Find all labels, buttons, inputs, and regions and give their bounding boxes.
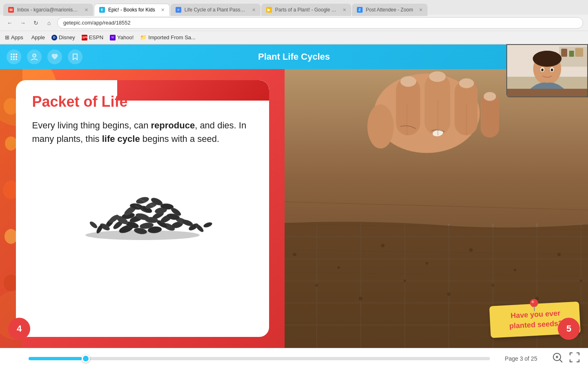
zoom-in-button[interactable]: [552, 352, 563, 365]
address-input[interactable]: [57, 17, 583, 29]
tab-lifecycle-close[interactable]: ✕: [252, 7, 256, 13]
svg-point-54: [89, 220, 98, 229]
svg-point-96: [425, 262, 428, 265]
svg-rect-118: [569, 51, 574, 57]
bm-apps[interactable]: ⊞ Apps: [5, 34, 23, 40]
svg-point-10: [33, 54, 36, 57]
svg-point-95: [381, 244, 385, 247]
tab-epic-close[interactable]: ✕: [161, 7, 165, 13]
svg-rect-81: [425, 74, 450, 135]
bm-imported[interactable]: 📁 Imported From Sa...: [140, 34, 196, 40]
forward-button[interactable]: →: [18, 18, 28, 28]
tab-zoom[interactable]: Z Post Attendee - Zoom ✕: [352, 4, 428, 16]
bottom-right-controls: Page 3 of 25: [497, 352, 580, 365]
tab-epic-label: Epic! - Books for Kids: [108, 7, 155, 13]
heart-button[interactable]: [47, 49, 62, 64]
svg-point-84: [368, 104, 394, 148]
bm-apps-label: Apps: [11, 34, 23, 40]
tab-zoom-label: Post Attendee - Zoom: [366, 7, 413, 13]
bm-espn[interactable]: ESPN ESPN: [82, 34, 103, 40]
progress-fill: [29, 357, 82, 360]
fullscreen-icon: [569, 352, 580, 363]
content-area: Packet of Life Every living thing begins…: [0, 69, 588, 348]
svg-point-125: [551, 69, 553, 72]
bookmark-button[interactable]: [68, 49, 82, 64]
tab-slides[interactable]: ▶ Parts of a Plant! - Google Slid... ✕: [261, 4, 351, 16]
svg-point-107: [530, 298, 538, 307]
progress-track[interactable]: [29, 357, 490, 360]
bm-imported-label: Imported From Sa...: [148, 34, 196, 40]
bm-apple[interactable]: Apple: [30, 34, 45, 40]
svg-point-106: [580, 280, 582, 282]
svg-point-85: [401, 76, 416, 87]
svg-point-101: [359, 297, 363, 301]
bm-yahoo[interactable]: Y! Yahoo!: [110, 34, 134, 40]
tab-gmail[interactable]: M Inbox - kgarcia@marionisd.net ✕: [3, 4, 93, 16]
avatar-button[interactable]: [27, 49, 42, 64]
svg-point-1: [13, 54, 15, 55]
bm-espn-label: ESPN: [89, 34, 103, 40]
bookmark-icon: [71, 53, 79, 61]
svg-point-2: [16, 54, 17, 55]
right-page: Have you ever planted seeds? 5: [285, 69, 588, 348]
svg-point-121: [533, 51, 562, 67]
tab-lifecycle-label: Life Cycle of a Plant Passage: [185, 7, 246, 13]
menu-button[interactable]: [7, 49, 21, 64]
bm-yahoo-label: Yahoo!: [117, 34, 134, 40]
svg-point-97: [469, 248, 473, 252]
grid-icon: ⊞: [5, 34, 9, 40]
page-paragraph: Every living thing begins, can reproduce…: [32, 119, 253, 146]
svg-point-0: [11, 54, 12, 55]
zoom-in-icon: [552, 352, 563, 363]
svg-point-98: [514, 269, 516, 271]
svg-point-6: [11, 58, 12, 60]
svg-point-87: [459, 79, 474, 88]
tab-lifecycle[interactable]: ≡ Life Cycle of a Plant Passage ✕: [171, 4, 261, 16]
svg-point-94: [337, 266, 340, 269]
tab-slides-close[interactable]: ✕: [343, 7, 346, 13]
reload-button[interactable]: ↻: [31, 18, 41, 28]
svg-rect-117: [561, 49, 567, 57]
svg-point-104: [492, 284, 494, 287]
tab-epic[interactable]: E Epic! - Books for Kids ✕: [94, 4, 170, 16]
folder-icon: 📁: [140, 34, 147, 40]
home-button[interactable]: ⌂: [44, 18, 54, 28]
svg-point-4: [13, 56, 15, 58]
svg-point-53: [203, 222, 212, 229]
svg-rect-126: [507, 89, 587, 97]
webcam-video: [507, 45, 587, 96]
heart-icon: [51, 53, 59, 61]
card-top-decoration: [117, 80, 269, 101]
back-button[interactable]: ←: [5, 18, 15, 28]
page-label: Page 3 of 25: [497, 355, 546, 362]
bm-disney-label: Disney: [59, 34, 75, 40]
left-page: Packet of Life Every living thing begins…: [0, 69, 285, 348]
svg-point-86: [429, 71, 446, 82]
address-bar-row: ← → ↻ ⌂: [0, 15, 588, 31]
browser-chrome: M Inbox - kgarcia@marionisd.net ✕ E Epic…: [0, 0, 588, 45]
tab-gmail-close[interactable]: ✕: [85, 7, 88, 13]
epic-left-controls: [7, 49, 82, 64]
left-page-number: 4: [8, 318, 30, 340]
page-title: Plant Life Cycles: [258, 52, 330, 62]
svg-line-113: [560, 360, 562, 362]
menu-icon: [10, 53, 18, 61]
epic-header: Plant Life Cycles ✕: [0, 45, 588, 69]
tab-bar: M Inbox - kgarcia@marionisd.net ✕ E Epic…: [0, 0, 588, 15]
right-page-number: 5: [558, 318, 580, 340]
page-card: Packet of Life Every living thing begins…: [16, 80, 269, 337]
tab-slides-label: Parts of a Plant! - Google Slid...: [275, 7, 337, 13]
svg-point-88: [484, 92, 496, 101]
svg-point-124: [541, 69, 543, 72]
fullscreen-button[interactable]: [569, 352, 580, 365]
webcam-overlay: [506, 44, 588, 97]
webcam-svg: [507, 44, 587, 97]
svg-point-103: [447, 292, 451, 296]
svg-point-100: [315, 284, 318, 287]
svg-point-8: [16, 58, 17, 60]
bookmarks-bar: ⊞ Apps Apple D Disney ESPN ESPN Y! Yahoo…: [0, 31, 588, 44]
tab-zoom-close[interactable]: ✕: [419, 7, 423, 13]
progress-thumb: [82, 355, 90, 363]
bm-disney[interactable]: D Disney: [51, 34, 75, 40]
pin-icon: [529, 298, 539, 314]
